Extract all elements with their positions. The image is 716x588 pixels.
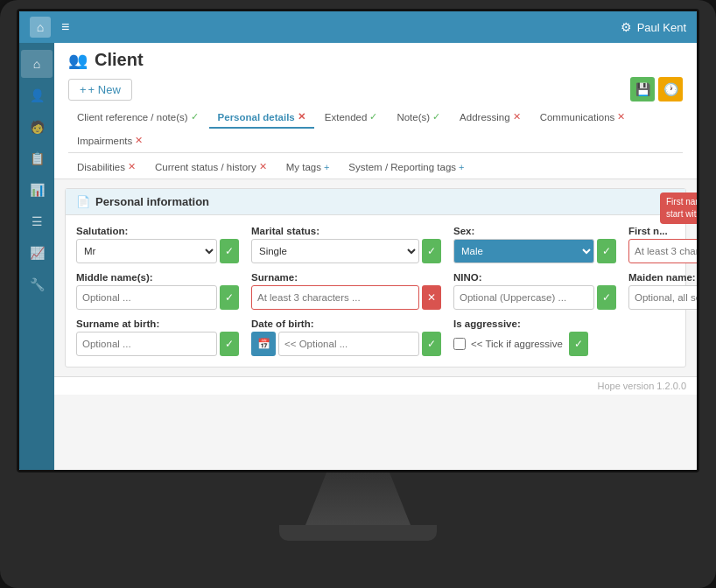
section-title: Personal information: [95, 195, 209, 208]
tab-my-tags[interactable]: My tags +: [277, 157, 339, 178]
monitor-stand: [305, 472, 411, 525]
tab-check-icon: ✓: [191, 111, 199, 122]
is-aggressive-input-row: << Tick if aggressive ✓: [453, 332, 616, 356]
maiden-name-input-row: ✓: [628, 285, 697, 310]
new-button[interactable]: + + New: [68, 79, 132, 101]
salutation-select[interactable]: Mr Mrs Miss Ms Dr: [76, 239, 217, 263]
middle-name-label: Middle name(s):: [76, 272, 239, 283]
plus-icon: +: [80, 83, 87, 96]
tab-notes[interactable]: Note(s) ✓: [388, 107, 449, 129]
surname-input-row: ✕: [251, 285, 441, 310]
dob-input[interactable]: [278, 332, 419, 356]
surname-birth-input[interactable]: [76, 332, 217, 356]
sidebar-item-tools[interactable]: 🔧: [21, 270, 53, 298]
sex-select[interactable]: Male Female Other: [453, 239, 594, 263]
tab-x-icon: ✕: [513, 111, 521, 122]
sidebar-item-list[interactable]: ☰: [21, 207, 53, 235]
surname-group: Surname: ✕: [251, 272, 441, 310]
sex-group: Sex: Male Female Other ✓: [453, 226, 616, 263]
tabs-row-2: Disabilities ✕ Current status / history …: [68, 153, 683, 178]
middle-name-input-row: ✓: [76, 285, 239, 310]
first-name-tooltip: First name is required, it must start wi…: [660, 192, 697, 224]
dob-input-row: 📅 ✓: [251, 332, 441, 356]
tab-check-icon: ✓: [432, 111, 440, 122]
surname-birth-label: Surname at birth:: [76, 318, 239, 329]
tab-current-status[interactable]: Current status / history ✕: [146, 157, 276, 178]
tab-disabilities[interactable]: Disabilities ✕: [68, 157, 144, 178]
sex-confirm-button[interactable]: ✓: [597, 239, 616, 263]
tab-x-icon: ✕: [259, 161, 267, 172]
first-name-input[interactable]: [628, 239, 697, 263]
surname-cancel-button[interactable]: ✕: [422, 285, 441, 310]
marital-status-group: Marital status: Single Married Divorced …: [251, 226, 441, 263]
aggressive-checkbox-label: << Tick if aggressive: [471, 339, 563, 349]
sidebar-item-person[interactable]: 🧑: [21, 113, 53, 141]
salutation-confirm-button[interactable]: ✓: [220, 239, 239, 263]
tab-addressing[interactable]: Addressing ✕: [451, 107, 530, 129]
middle-name-group: Middle name(s): ✓: [76, 272, 239, 310]
tab-personal-details[interactable]: Personal details ✕: [209, 107, 314, 129]
user-info: ⚙ Paul Kent: [621, 20, 686, 34]
sidebar-item-chart[interactable]: 📊: [21, 176, 53, 204]
top-bar: ⌂ ≡ ⚙ Paul Kent: [19, 11, 697, 43]
tab-plus-icon: +: [324, 162, 329, 172]
monitor-base: [279, 525, 437, 541]
page-title: Client: [95, 50, 144, 70]
clock-button[interactable]: 🕐: [658, 77, 683, 102]
tabs-row-1: Client reference / note(s) ✓ Personal de…: [68, 107, 683, 153]
version-text: Hope version 1.2.0.0: [597, 381, 686, 391]
marital-status-label: Marital status:: [251, 226, 441, 236]
marital-status-select[interactable]: Single Married Divorced Widowed: [251, 239, 419, 263]
nino-input-row: ✓: [453, 285, 616, 310]
sidebar-item-document[interactable]: 📋: [21, 144, 53, 172]
surname-label: Surname:: [251, 272, 441, 283]
dob-confirm-button[interactable]: ✓: [422, 332, 441, 356]
nino-confirm-button[interactable]: ✓: [597, 285, 616, 310]
maiden-name-label: Maiden name:: [628, 272, 697, 283]
maiden-name-group: Maiden name: ✓: [628, 272, 697, 310]
page-header: 👥 Client + + New 💾 🕐: [54, 43, 697, 179]
maiden-name-input[interactable]: [628, 285, 697, 310]
nino-group: NINO: ✓: [453, 272, 616, 310]
save-button[interactable]: 💾: [630, 77, 655, 102]
surname-birth-group: Surname at birth: ✓: [76, 318, 239, 356]
salutation-group: Salutation: Mr Mrs Miss Ms Dr ✓: [76, 226, 239, 263]
sex-input-row: Male Female Other ✓: [453, 239, 616, 263]
nino-input[interactable]: [453, 285, 594, 310]
tab-impairments[interactable]: Impairments ✕: [68, 130, 151, 152]
middle-name-confirm-button[interactable]: ✓: [220, 285, 239, 310]
dob-group: Date of birth: 📅 ✓: [251, 318, 441, 356]
salutation-label: Salutation:: [76, 226, 239, 236]
is-aggressive-group: Is aggressive: << Tick if aggressive ✓: [453, 318, 616, 356]
marital-confirm-button[interactable]: ✓: [422, 239, 441, 263]
dob-label: Date of birth:: [251, 318, 441, 329]
aggressive-checkbox[interactable]: [453, 338, 466, 350]
sidebar: ⌂ 👤 🧑 📋 📊 ☰ 📈 🔧: [19, 43, 54, 470]
aggressive-checkbox-row: << Tick if aggressive: [453, 332, 563, 356]
sidebar-item-barchart[interactable]: 📈: [21, 239, 53, 267]
tab-x-icon: ✕: [617, 111, 625, 122]
gear-icon[interactable]: ⚙: [621, 20, 632, 34]
first-name-group: First name is required, it must start wi…: [628, 226, 697, 263]
aggressive-confirm-button[interactable]: ✓: [569, 332, 588, 356]
section-header: 📄 Personal information: [66, 189, 685, 215]
tab-client-reference[interactable]: Client reference / note(s) ✓: [68, 107, 207, 129]
sidebar-item-users[interactable]: 👤: [21, 81, 53, 109]
section-doc-icon: 📄: [76, 195, 90, 208]
sidebar-item-home[interactable]: ⌂: [21, 50, 53, 78]
tab-system-tags[interactable]: System / Reporting tags +: [340, 157, 473, 178]
hamburger-menu[interactable]: ≡: [61, 19, 69, 35]
tab-x-icon: ✕: [298, 111, 305, 122]
home-button[interactable]: ⌂: [30, 17, 51, 38]
sex-label: Sex:: [453, 226, 616, 236]
user-name: Paul Kent: [637, 21, 686, 34]
surname-birth-confirm-button[interactable]: ✓: [220, 332, 239, 356]
tab-x-icon: ✕: [135, 135, 143, 146]
calendar-button[interactable]: 📅: [251, 332, 276, 356]
surname-input[interactable]: [251, 285, 419, 310]
first-name-label: First n...: [628, 226, 697, 236]
header-actions: 💾 🕐: [630, 77, 683, 102]
middle-name-input[interactable]: [76, 285, 217, 310]
tab-extended[interactable]: Extended ✓: [316, 107, 387, 129]
tab-communications[interactable]: Communications ✕: [531, 107, 635, 129]
